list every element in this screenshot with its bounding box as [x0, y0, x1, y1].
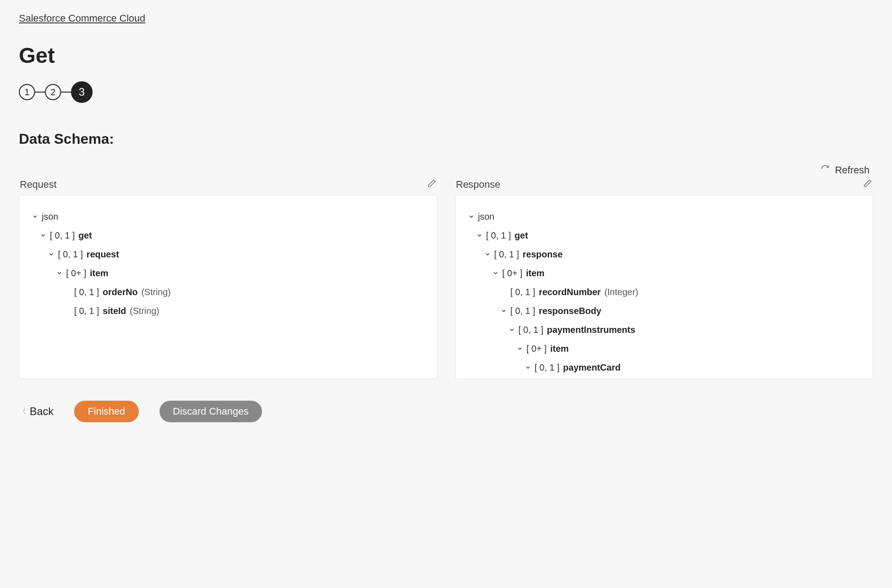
node-name: paymentInstruments	[547, 322, 635, 337]
tree-node[interactable]: [ 0, 1 ] paymentInstruments	[468, 320, 861, 339]
node-name: json	[478, 209, 495, 224]
breadcrumb-link[interactable]: Salesforce Commerce Cloud	[19, 13, 145, 24]
chevron-down-icon[interactable]	[517, 345, 523, 352]
node-name: json	[42, 209, 58, 224]
tree-node[interactable]: json	[32, 207, 424, 226]
response-label: Response	[456, 179, 501, 190]
chevron-down-icon[interactable]	[32, 213, 38, 220]
refresh-icon	[821, 164, 830, 176]
node-name: response	[523, 247, 563, 262]
tree-node[interactable]: json	[468, 207, 861, 226]
request-schema-panel: json[ 0, 1 ] get[ 0, 1 ] request[ 0+ ] i…	[19, 195, 437, 379]
node-type: (Integer)	[604, 284, 639, 300]
cardinality: [ 0, 1 ]	[543, 379, 568, 379]
chevron-down-icon[interactable]	[493, 270, 499, 276]
chevron-left-icon: 〈	[19, 407, 26, 416]
tree-node: [ 0, 1 ] orderNo (String)	[32, 283, 424, 301]
cardinality: [ 0, 1 ]	[494, 247, 519, 262]
step-3[interactable]: 3	[71, 81, 93, 103]
chevron-down-icon[interactable]	[501, 308, 507, 314]
cardinality: [ 0, 1 ]	[519, 322, 544, 337]
cardinality: [ 0, 1 ]	[74, 284, 99, 300]
node-type: (Integer)	[637, 379, 671, 379]
step-2[interactable]: 2	[45, 84, 61, 100]
tree-node[interactable]: [ 0, 1 ] get	[468, 226, 861, 245]
edit-request-icon[interactable]	[427, 179, 436, 190]
step-indicator: 123	[19, 81, 873, 103]
page-title: Get	[19, 43, 873, 68]
response-schema-panel: json[ 0, 1 ] get[ 0, 1 ] response[ 0+ ] …	[455, 195, 874, 379]
tree-node[interactable]: [ 0+ ] item	[468, 264, 861, 283]
cardinality: [ 0, 1 ]	[58, 247, 83, 262]
back-label: Back	[30, 405, 53, 418]
chevron-down-icon[interactable]	[509, 327, 515, 333]
node-name: item	[90, 265, 108, 281]
node-type: (String)	[130, 303, 160, 318]
chevron-down-icon[interactable]	[56, 270, 62, 276]
node-name: orderNo	[103, 284, 138, 300]
tree-node[interactable]: [ 0, 1 ] paymentCard	[468, 358, 861, 377]
tree-node[interactable]: [ 0, 1 ] responseBody	[468, 301, 861, 320]
back-button[interactable]: 〈 Back	[19, 405, 53, 418]
chevron-down-icon[interactable]	[525, 364, 531, 371]
step-connector	[61, 92, 71, 93]
refresh-label: Refresh	[835, 164, 870, 176]
node-type: (String)	[141, 284, 171, 300]
node-name: responseBody	[539, 303, 601, 318]
cardinality: [ 0, 1 ]	[510, 284, 536, 300]
chevron-down-icon[interactable]	[468, 213, 475, 220]
tree-node: [ 0, 1 ] expirationYear (Integer)	[468, 377, 861, 379]
tree-node[interactable]: [ 0, 1 ] request	[32, 245, 424, 264]
node-name: get	[79, 228, 92, 243]
node-name: expirationYear	[571, 379, 633, 379]
node-name: request	[87, 247, 119, 262]
request-label: Request	[20, 179, 57, 190]
step-connector	[35, 92, 45, 93]
tree-node: [ 0, 1 ] siteId (String)	[32, 301, 424, 320]
tree-node: [ 0, 1 ] recordNumber (Integer)	[468, 283, 861, 301]
node-name: paymentCard	[563, 360, 621, 375]
node-name: get	[515, 228, 528, 243]
tree-node[interactable]: [ 0, 1 ] response	[468, 245, 861, 264]
cardinality: [ 0, 1 ]	[50, 228, 75, 243]
node-name: recordNumber	[539, 284, 601, 300]
cardinality: [ 0+ ]	[502, 265, 523, 281]
node-name: item	[526, 265, 545, 281]
edit-response-icon[interactable]	[863, 179, 872, 190]
chevron-down-icon[interactable]	[476, 232, 483, 239]
cardinality: [ 0, 1 ]	[510, 303, 536, 318]
chevron-down-icon[interactable]	[48, 251, 54, 257]
cardinality: [ 0, 1 ]	[486, 228, 511, 243]
refresh-button[interactable]: Refresh	[19, 164, 873, 176]
chevron-down-icon[interactable]	[484, 251, 491, 257]
step-1[interactable]: 1	[19, 84, 35, 100]
node-name: siteId	[103, 303, 126, 318]
tree-node[interactable]: [ 0, 1 ] get	[32, 226, 424, 245]
node-name: item	[550, 341, 569, 356]
discard-changes-button[interactable]: Discard Changes	[160, 401, 262, 422]
tree-node[interactable]: [ 0+ ] item	[468, 339, 861, 358]
cardinality: [ 0+ ]	[527, 341, 547, 356]
cardinality: [ 0, 1 ]	[535, 360, 560, 375]
chevron-down-icon[interactable]	[40, 232, 46, 239]
cardinality: [ 0, 1 ]	[74, 303, 99, 318]
cardinality: [ 0+ ]	[66, 265, 86, 281]
tree-node[interactable]: [ 0+ ] item	[32, 264, 424, 283]
section-heading: Data Schema:	[19, 131, 873, 147]
finished-button[interactable]: Finished	[74, 401, 138, 422]
